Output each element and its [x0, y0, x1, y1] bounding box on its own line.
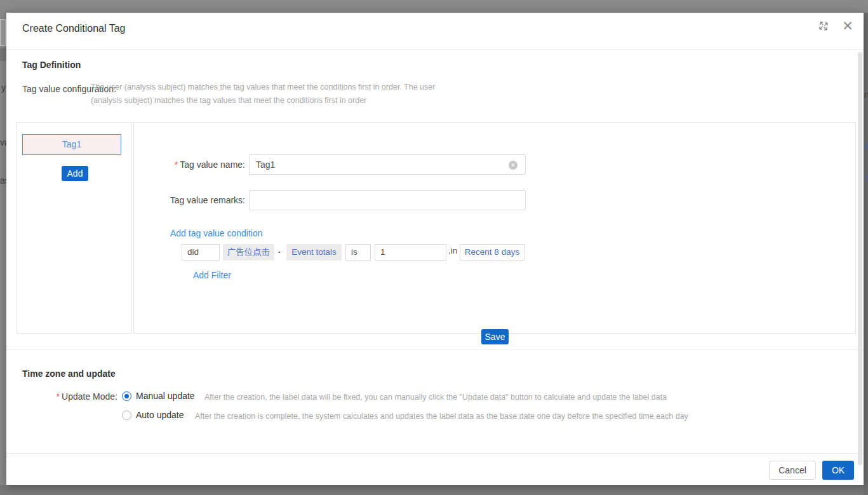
- tag-value-remarks-input[interactable]: [249, 190, 526, 210]
- config-description-line1: The user (analysis subject) matches the …: [91, 83, 435, 92]
- tag-value-remarks-label: Tag value remarks:: [134, 195, 245, 205]
- condition-verb-select[interactable]: did: [182, 244, 220, 261]
- tag-value-name-input[interactable]: [249, 154, 526, 175]
- update-mode-label: *Update Mode:: [6, 391, 117, 402]
- auto-update-description: After the creation is complete, the syst…: [195, 412, 688, 421]
- background-text-fragment: 7: [864, 174, 868, 184]
- footer-divider: [6, 453, 864, 454]
- dimmed-background-bottom: [0, 485, 864, 495]
- tag-value-name-label: *Tag value name:: [134, 159, 245, 170]
- save-button[interactable]: Save: [481, 329, 509, 344]
- ok-button[interactable]: OK: [822, 461, 854, 480]
- condition-operator-select[interactable]: is: [345, 244, 371, 261]
- cancel-button[interactable]: Cancel: [769, 461, 816, 480]
- tag-list-panel: Tag1 Add: [17, 122, 132, 334]
- background-text-fragment: y: [1, 83, 6, 93]
- required-marker: *: [175, 159, 178, 170]
- manual-update-label[interactable]: Manual update: [136, 391, 195, 401]
- create-conditional-tag-dialog: Create Conditional Tag ✕ Tag Definition …: [6, 13, 864, 485]
- config-description-line2: (analysis subject) matches the tag value…: [91, 96, 366, 105]
- condition-range-select[interactable]: Recent 8 days: [460, 244, 524, 261]
- timezone-heading: Time zone and update: [22, 369, 116, 379]
- section-divider: [6, 349, 864, 350]
- condition-event-chip[interactable]: 广告位点击: [223, 244, 274, 261]
- expand-icon[interactable]: [818, 20, 829, 32]
- condition-value-input[interactable]: 1: [375, 244, 446, 261]
- dimmed-background-right: [864, 13, 868, 495]
- required-marker: *: [57, 391, 60, 402]
- manual-update-description: After the creation, the label data will …: [204, 393, 667, 402]
- add-tag-button[interactable]: Add: [62, 166, 88, 181]
- tag-definition-heading: Tag Definition: [22, 60, 81, 70]
- modal-scrollbar[interactable]: [858, 52, 862, 465]
- tag-list-item-tag1[interactable]: Tag1: [22, 134, 121, 155]
- clear-circle-icon[interactable]: ✕: [509, 161, 517, 170]
- auto-update-radio[interactable]: [122, 410, 131, 420]
- background-input-fragment: [0, 19, 6, 46]
- tag-value-form-panel: *Tag value name: ✕ Tag value remarks: Ad…: [133, 122, 856, 334]
- header-divider: [6, 49, 864, 50]
- condition-separator: .: [278, 245, 281, 255]
- manual-update-radio[interactable]: [122, 391, 131, 401]
- background-text-fragment: n: [864, 90, 868, 100]
- condition-in-label: ,in: [448, 246, 457, 255]
- background-text-fragment: 6: [864, 141, 868, 151]
- dialog-title: Create Conditional Tag: [22, 23, 125, 34]
- condition-measure-chip[interactable]: Event totals: [286, 244, 342, 261]
- add-filter-link[interactable]: Add Filter: [193, 270, 231, 280]
- background-band-fragment: [0, 48, 6, 61]
- add-tag-value-condition-link[interactable]: Add tag value condition: [170, 228, 263, 238]
- close-icon[interactable]: ✕: [842, 20, 853, 32]
- dimmed-background-top: [0, 0, 868, 13]
- auto-update-label[interactable]: Auto update: [136, 410, 184, 420]
